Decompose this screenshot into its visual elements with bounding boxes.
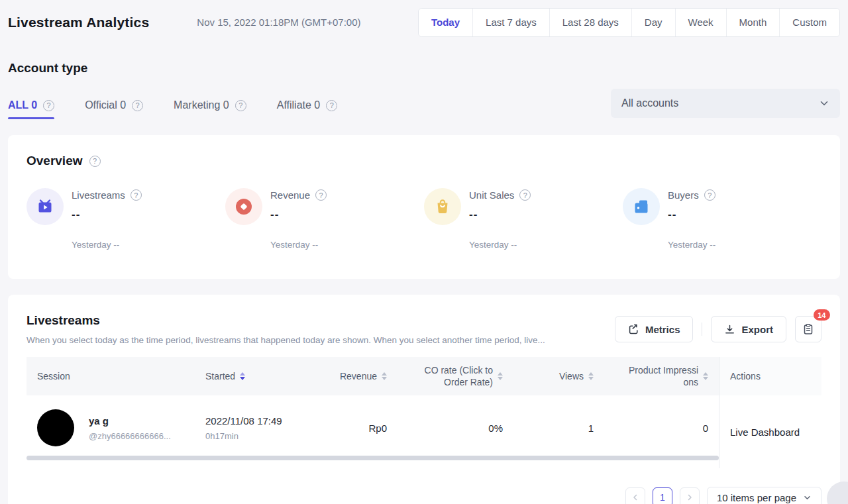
period-button-week[interactable]: Week xyxy=(675,9,726,36)
export-button[interactable]: Export xyxy=(711,316,786,342)
overview-heading: Overview ? xyxy=(26,154,822,168)
metric-livestreams-yesterday: Yesterday -- xyxy=(72,240,225,250)
clipboard-button[interactable]: 14 xyxy=(795,316,822,342)
column-label: Product Impressions xyxy=(624,364,698,388)
account-type-row: ALL 0 ? Official 0 ? Marketing 0 ? Affil… xyxy=(8,89,840,119)
sort-icon[interactable] xyxy=(588,372,594,380)
tab-all[interactable]: ALL 0 ? xyxy=(8,99,54,119)
column-label: Views xyxy=(559,371,584,381)
live-dashboard-link[interactable]: Live Dashboard xyxy=(730,427,800,438)
cell-revenue: Rp0 xyxy=(305,423,398,434)
notification-badge: 14 xyxy=(814,309,830,321)
next-page-button[interactable] xyxy=(680,487,700,504)
metric-revenue-label: Revenue xyxy=(270,189,310,201)
page-number-button[interactable]: 1 xyxy=(653,487,672,504)
column-label: Started xyxy=(205,371,235,381)
metric-revenue-yesterday: Yesterday -- xyxy=(270,240,424,250)
cell-product-impressions: 0 xyxy=(604,423,719,434)
period-button-custom[interactable]: Custom xyxy=(779,9,839,36)
help-icon[interactable]: ? xyxy=(704,189,716,201)
column-header-session: Session xyxy=(26,357,195,395)
overview-metrics-row: Livestreams ? -- Yesterday -- xyxy=(26,188,822,250)
items-per-page-value: 10 items per page xyxy=(717,492,796,503)
sort-icon[interactable] xyxy=(240,372,245,380)
edit-square-icon xyxy=(628,324,639,335)
column-header-product-impressions[interactable]: Product Impressions xyxy=(604,357,719,395)
chevron-right-icon xyxy=(686,493,694,501)
metric-buyers-yesterday: Yesterday -- xyxy=(668,240,822,250)
time-period-button-group: Today Last 7 days Last 28 days Day Week … xyxy=(418,8,840,37)
chevron-down-icon xyxy=(819,98,829,109)
metrics-button[interactable]: Metrics xyxy=(615,316,694,342)
chevron-left-icon xyxy=(631,493,639,501)
metric-unit-sales-value: -- xyxy=(469,208,531,221)
tab-marketing[interactable]: Marketing 0 ? xyxy=(174,99,246,119)
tab-official[interactable]: Official 0 ? xyxy=(85,99,143,119)
period-button-last-7-days[interactable]: Last 7 days xyxy=(472,9,549,36)
livestreams-heading: Livestreams xyxy=(26,313,545,328)
account-filter-select[interactable]: All accounts xyxy=(611,89,840,118)
metric-unit-sales-yesterday: Yesterday -- xyxy=(469,240,623,250)
cell-session[interactable]: ya g @zhy66666666666... xyxy=(26,409,195,446)
metric-buyers-value: -- xyxy=(668,208,716,221)
cell-started: 2022/11/08 17:49 0h17min xyxy=(195,415,305,441)
top-bar: Livestream Analytics Nov 15, 2022 01:18P… xyxy=(8,0,840,37)
column-header-views[interactable]: Views xyxy=(513,357,604,395)
metric-revenue: Revenue ? -- Yesterday -- xyxy=(225,188,424,250)
overview-heading-label: Overview xyxy=(26,154,83,168)
horizontal-scrollbar[interactable] xyxy=(26,456,719,460)
chevron-down-icon xyxy=(803,493,812,502)
column-header-co-rate[interactable]: CO rate (Click to Order Rate) xyxy=(398,357,513,395)
period-button-today[interactable]: Today xyxy=(419,9,472,36)
livestream-tv-icon xyxy=(26,188,64,225)
actions-column: Actions Live Dashboard xyxy=(719,357,822,468)
previous-page-button[interactable] xyxy=(625,487,645,504)
period-button-last-28-days[interactable]: Last 28 days xyxy=(549,9,631,36)
column-label: Session xyxy=(37,371,70,381)
metric-buyers-label: Buyers xyxy=(668,189,699,201)
help-icon[interactable]: ? xyxy=(131,189,142,201)
sort-icon[interactable] xyxy=(382,372,387,380)
tab-affiliate[interactable]: Affiliate 0 ? xyxy=(277,99,338,119)
livestream-analytics-page: Livestream Analytics Nov 15, 2022 01:18P… xyxy=(0,0,848,504)
metric-unit-sales-label: Unit Sales xyxy=(469,189,514,201)
download-icon xyxy=(724,324,735,335)
livestreams-actions: Metrics Export 14 xyxy=(602,313,822,345)
column-label: Actions xyxy=(730,371,761,381)
pagination: 1 10 items per page xyxy=(26,487,822,504)
column-label: Revenue xyxy=(340,371,377,381)
help-icon[interactable]: ? xyxy=(43,100,54,111)
overview-card: Overview ? Livestreams xyxy=(8,135,840,279)
stream-duration: 0h17min xyxy=(205,431,282,441)
help-icon[interactable]: ? xyxy=(519,189,531,201)
period-button-month[interactable]: Month xyxy=(726,9,780,36)
livestreams-table: Session Started Revenue CO rate (Click t… xyxy=(26,357,822,468)
sort-icon[interactable] xyxy=(703,372,708,380)
items-per-page-select[interactable]: 10 items per page xyxy=(707,487,822,504)
metric-revenue-value: -- xyxy=(270,208,327,221)
account-type-heading: Account type xyxy=(8,61,840,76)
account-type-tabs: ALL 0 ? Official 0 ? Marketing 0 ? Affil… xyxy=(8,99,337,119)
metrics-button-label: Metrics xyxy=(645,324,680,335)
period-button-day[interactable]: Day xyxy=(631,9,675,36)
tab-all-label: ALL 0 xyxy=(8,99,37,111)
button-divider xyxy=(702,323,702,336)
help-icon[interactable]: ? xyxy=(132,100,143,111)
started-datetime: 2022/11/08 17:49 xyxy=(205,415,282,427)
help-icon[interactable]: ? xyxy=(326,100,337,111)
sort-icon[interactable] xyxy=(498,372,503,380)
cell-co-rate: 0% xyxy=(398,423,513,434)
page-title: Livestream Analytics xyxy=(8,15,149,30)
metric-livestreams-label: Livestreams xyxy=(72,189,125,201)
tab-marketing-label: Marketing 0 xyxy=(174,99,229,111)
help-icon[interactable]: ? xyxy=(89,156,101,167)
column-header-started[interactable]: Started xyxy=(195,357,305,395)
export-button-label: Export xyxy=(741,324,773,335)
column-header-revenue[interactable]: Revenue xyxy=(305,357,398,395)
livestreams-description: When you select today as the time period… xyxy=(26,335,545,345)
session-handle: @zhy66666666666... xyxy=(89,431,171,441)
help-icon[interactable]: ? xyxy=(315,189,327,201)
unit-sales-bag-icon xyxy=(424,188,461,225)
help-icon[interactable]: ? xyxy=(235,100,246,111)
avatar xyxy=(37,409,74,446)
